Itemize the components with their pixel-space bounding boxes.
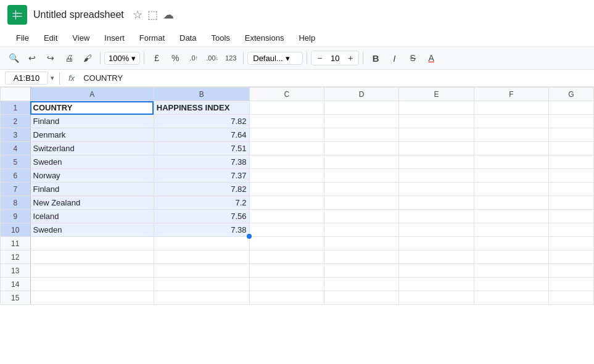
cell-e14[interactable] xyxy=(399,278,474,291)
cell-b1[interactable]: HAPPINESS INDEX xyxy=(154,101,249,115)
cell-e7[interactable] xyxy=(399,183,474,196)
text-color-button[interactable]: A xyxy=(423,49,440,67)
cell-g6[interactable] xyxy=(549,169,594,183)
cell-f2[interactable] xyxy=(474,115,548,128)
font-size-decrease[interactable]: − xyxy=(314,52,325,64)
cell-c3[interactable] xyxy=(249,128,324,142)
cell-g3[interactable] xyxy=(549,128,594,142)
cell-f7[interactable] xyxy=(474,183,548,196)
cell-b2[interactable]: 7.82 xyxy=(154,115,249,128)
menu-data[interactable]: Data xyxy=(173,31,202,45)
cell-d14[interactable] xyxy=(324,278,398,291)
cell-g4[interactable] xyxy=(549,142,594,155)
print-button[interactable]: 🖨 xyxy=(60,49,78,67)
cell-b9[interactable]: 7.56 xyxy=(154,210,249,223)
cell-f9[interactable] xyxy=(474,210,548,223)
format-123-button[interactable]: 123 xyxy=(222,49,239,67)
cell-b5[interactable]: 7.38 xyxy=(154,155,249,169)
percent-button[interactable]: % xyxy=(167,49,184,67)
cell-a8[interactable]: New Zealand xyxy=(30,196,154,210)
cell-g14[interactable] xyxy=(549,278,594,291)
fill-handle[interactable] xyxy=(247,234,252,239)
cell-b6[interactable]: 7.37 xyxy=(154,169,249,183)
cell-c8[interactable] xyxy=(249,196,324,210)
cell-f15[interactable] xyxy=(474,291,548,305)
cell-d4[interactable] xyxy=(324,142,398,155)
strikethrough-button[interactable]: S xyxy=(404,49,421,67)
cell-c5[interactable] xyxy=(249,155,324,169)
spreadsheet-grid[interactable]: A B C D E F G 1COUNTRYHAPPINESS INDEX2Fi… xyxy=(0,87,594,364)
format-paint-button[interactable]: 🖌 xyxy=(79,49,96,67)
row-header-7[interactable]: 7 xyxy=(1,183,31,196)
cell-d10[interactable] xyxy=(324,223,398,237)
font-size-control[interactable]: − + xyxy=(311,51,359,65)
cell-b7[interactable]: 7.82 xyxy=(154,183,249,196)
cell-e9[interactable] xyxy=(399,210,474,223)
cell-b11[interactable] xyxy=(154,237,249,250)
cell-f10[interactable] xyxy=(474,223,548,237)
cell-c9[interactable] xyxy=(249,210,324,223)
cell-ref-input[interactable] xyxy=(5,72,48,85)
cell-b12[interactable] xyxy=(154,250,249,264)
cell-f8[interactable] xyxy=(474,196,548,210)
search-button[interactable]: 🔍 xyxy=(5,49,22,67)
cell-a12[interactable] xyxy=(30,250,154,264)
cell-g12[interactable] xyxy=(549,250,594,264)
menu-extensions[interactable]: Extensions xyxy=(239,31,291,45)
cell-c10[interactable] xyxy=(249,223,324,237)
cell-d8[interactable] xyxy=(324,196,398,210)
cell-c7[interactable] xyxy=(249,183,324,196)
cell-d1[interactable] xyxy=(324,101,398,115)
cell-f14[interactable] xyxy=(474,278,548,291)
cell-g1[interactable] xyxy=(549,101,594,115)
cell-f13[interactable] xyxy=(474,264,548,278)
cell-a2[interactable]: Finland xyxy=(30,115,154,128)
cell-f11[interactable] xyxy=(474,237,548,250)
bold-button[interactable]: B xyxy=(367,49,384,67)
row-header-4[interactable]: 4 xyxy=(1,142,31,155)
col-header-e[interactable]: E xyxy=(399,88,474,101)
cell-a3[interactable]: Denmark xyxy=(30,128,154,142)
cell-g5[interactable] xyxy=(549,155,594,169)
cell-c14[interactable] xyxy=(249,278,324,291)
cell-b14[interactable] xyxy=(154,278,249,291)
row-header-14[interactable]: 14 xyxy=(1,278,31,291)
cell-g9[interactable] xyxy=(549,210,594,223)
cell-e15[interactable] xyxy=(399,291,474,305)
currency-button[interactable]: £ xyxy=(148,49,165,67)
cell-f4[interactable] xyxy=(474,142,548,155)
col-header-d[interactable]: D xyxy=(324,88,398,101)
drive-icon[interactable]: ⬚ xyxy=(147,8,158,22)
col-header-a[interactable]: A xyxy=(30,88,154,101)
cell-e6[interactable] xyxy=(399,169,474,183)
row-header-2[interactable]: 2 xyxy=(1,115,31,128)
cell-b8[interactable]: 7.2 xyxy=(154,196,249,210)
cell-e5[interactable] xyxy=(399,155,474,169)
cell-a14[interactable] xyxy=(30,278,154,291)
cell-d5[interactable] xyxy=(324,155,398,169)
row-header-5[interactable]: 5 xyxy=(1,155,31,169)
cell-g10[interactable] xyxy=(549,223,594,237)
cell-g8[interactable] xyxy=(549,196,594,210)
font-size-increase[interactable]: + xyxy=(345,52,356,64)
cell-c4[interactable] xyxy=(249,142,324,155)
menu-edit[interactable]: Edit xyxy=(38,31,64,45)
cloud-icon[interactable]: ☁ xyxy=(163,8,174,22)
row-header-8[interactable]: 8 xyxy=(1,196,31,210)
row-header-15[interactable]: 15 xyxy=(1,291,31,305)
cell-d6[interactable] xyxy=(324,169,398,183)
cell-c11[interactable] xyxy=(249,237,324,250)
cell-a4[interactable]: Switzerland xyxy=(30,142,154,155)
cell-e8[interactable] xyxy=(399,196,474,210)
cell-e1[interactable] xyxy=(399,101,474,115)
cell-c15[interactable] xyxy=(249,291,324,305)
zoom-control[interactable]: 100% ▾ xyxy=(104,52,140,65)
cell-d2[interactable] xyxy=(324,115,398,128)
italic-button[interactable]: I xyxy=(386,49,403,67)
decimal-dec-button[interactable]: .00↓ xyxy=(204,49,221,67)
cell-e13[interactable] xyxy=(399,264,474,278)
cell-f5[interactable] xyxy=(474,155,548,169)
cell-b15[interactable] xyxy=(154,291,249,305)
menu-file[interactable]: File xyxy=(10,31,35,45)
cell-e2[interactable] xyxy=(399,115,474,128)
